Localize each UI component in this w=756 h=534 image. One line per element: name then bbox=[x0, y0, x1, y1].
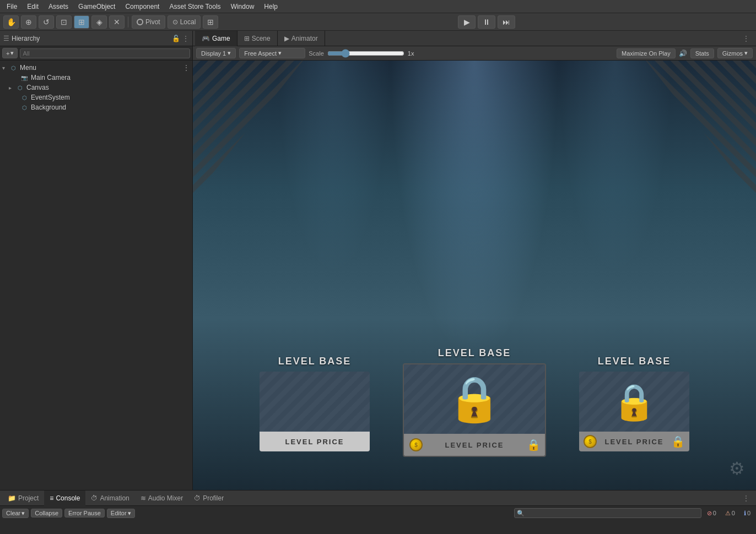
menu-file[interactable]: File bbox=[2, 2, 21, 12]
profiler-tab-icon: ⏱ bbox=[194, 494, 201, 502]
menu-assets[interactable]: Assets bbox=[44, 2, 73, 12]
add-object-button[interactable]: + ▾ bbox=[2, 48, 18, 58]
card-lock-icon-2: 🔒 bbox=[527, 438, 541, 451]
maximize-on-play-button[interactable]: Maximize On Play bbox=[617, 48, 676, 58]
pivot-label: Pivot bbox=[145, 18, 160, 26]
display-button[interactable]: Display 1 ▾ bbox=[196, 48, 236, 58]
stats-button[interactable]: Stats bbox=[690, 48, 714, 58]
scene-tab-label: Scene bbox=[252, 35, 271, 42]
cube-icon-menu: ⬡ bbox=[9, 63, 18, 72]
grid-tool-btn[interactable]: ⊞ bbox=[203, 15, 218, 29]
aspect-label: Free Aspect bbox=[244, 50, 277, 57]
tree-menu-icon-menu[interactable]: ⋮ bbox=[182, 63, 190, 72]
card-box-1[interactable]: LEVEL PRICE bbox=[260, 372, 370, 451]
console-search-input[interactable] bbox=[514, 508, 701, 518]
tree-item-background[interactable]: ▸ ⬡ Background bbox=[0, 102, 192, 112]
menu-component[interactable]: Component bbox=[121, 2, 164, 12]
tab-game[interactable]: 🎮 Game bbox=[195, 31, 237, 46]
warning-counter-value: 0 bbox=[732, 510, 735, 516]
toolbar: ✋ ⊕ ↺ ⊡ ⊞ ◈ ✕ Pivot ⊙ Local ⊞ ▶ ⏸ ⏭ bbox=[0, 13, 756, 31]
menu-help[interactable]: Help bbox=[260, 2, 282, 12]
level-title-2: LEVEL BASE bbox=[438, 347, 511, 359]
level-card-1[interactable]: LEVEL BASE bbox=[260, 356, 370, 451]
scene-tab-icon: ⊞ bbox=[244, 35, 250, 42]
bottom-tab-project[interactable]: 📁 Project bbox=[2, 491, 44, 506]
move-tool-btn[interactable]: ⊕ bbox=[21, 15, 36, 29]
custom-tool-btn[interactable]: ✕ bbox=[109, 15, 125, 29]
local-button[interactable]: ⊙ Local bbox=[168, 15, 201, 29]
bottom-tab-profiler[interactable]: ⏱ Profiler bbox=[188, 491, 229, 506]
project-tab-label: Project bbox=[18, 494, 39, 502]
tree-item-eventsystem[interactable]: ▸ ⬡ EventSystem bbox=[0, 92, 192, 102]
svg-rect-3 bbox=[260, 372, 370, 432]
hand-tool-btn[interactable]: ✋ bbox=[3, 15, 19, 29]
hierarchy-lock-icon[interactable]: 🔓 bbox=[172, 35, 180, 42]
hierarchy-search-input[interactable] bbox=[20, 48, 190, 58]
level-card-2[interactable]: LEVEL BASE bbox=[403, 347, 546, 457]
level-card-3[interactable]: LEVEL BASE bbox=[579, 356, 689, 451]
editor-label: Editor bbox=[111, 510, 127, 516]
tabs-menu-icon[interactable]: ⋮ bbox=[738, 35, 754, 42]
scale-value: 1x bbox=[408, 50, 419, 57]
bottom-tab-console[interactable]: ≡ Console bbox=[44, 491, 85, 506]
pause-button[interactable]: ⏸ bbox=[478, 15, 495, 29]
animator-tab-icon: ▶ bbox=[284, 35, 289, 42]
tree-item-menu[interactable]: ▾ ⬡ Menu ⋮ bbox=[0, 63, 192, 73]
animator-tab-label: Animator bbox=[291, 35, 318, 42]
game-tab-label: Game bbox=[212, 35, 230, 42]
menu-asset-store-tools[interactable]: Asset Store Tools bbox=[165, 2, 225, 12]
volume-icon[interactable]: 🔊 bbox=[679, 50, 687, 57]
hierarchy-menu-icon[interactable]: ⋮ bbox=[182, 35, 189, 42]
hierarchy-toolbar: + ▾ bbox=[0, 46, 192, 61]
tree-arrow-eventsystem: ▸ bbox=[13, 95, 20, 101]
card-pattern-1 bbox=[260, 372, 370, 432]
card-box-2[interactable]: 🔒 $ LEVEL PRICE 🔒 bbox=[403, 363, 546, 457]
gizmos-button[interactable]: Gizmos ▾ bbox=[717, 48, 753, 58]
error-counter-value: 0 bbox=[713, 510, 716, 516]
clear-label: Clear bbox=[6, 510, 20, 516]
unity-logo: ⚙ bbox=[729, 458, 745, 479]
play-button[interactable]: ▶ bbox=[458, 15, 476, 29]
bottom-tabs-menu-icon[interactable]: ⋮ bbox=[738, 494, 754, 502]
aspect-button[interactable]: Free Aspect ▾ bbox=[239, 48, 305, 58]
editor-button[interactable]: Editor ▾ bbox=[107, 509, 135, 518]
lock-icon-3: 🔒 bbox=[612, 384, 656, 419]
animation-tab-icon: ⏱ bbox=[91, 494, 98, 502]
clear-button[interactable]: Clear ▾ bbox=[2, 509, 29, 518]
card-inner-1 bbox=[260, 372, 370, 432]
menu-gameobject[interactable]: GameObject bbox=[74, 2, 120, 12]
scale-tool-btn[interactable]: ⊡ bbox=[56, 15, 72, 29]
tree-label-camera: Main Camera bbox=[31, 74, 71, 81]
transform-tool-btn[interactable]: ◈ bbox=[91, 15, 107, 29]
hierarchy-header: ☰ Hierarchy 🔓 ⋮ bbox=[0, 31, 192, 46]
tab-scene[interactable]: ⊞ Scene bbox=[237, 31, 278, 46]
menu-edit[interactable]: Edit bbox=[23, 2, 43, 12]
card-price-2: LEVEL PRICE bbox=[445, 441, 504, 449]
tree-arrow-canvas: ▸ bbox=[9, 85, 15, 91]
game-background: LEVEL BASE bbox=[193, 61, 756, 490]
scale-slider[interactable] bbox=[327, 50, 404, 57]
console-toolbar: Clear ▾ Collapse Error Pause Editor ▾ ⊘ … bbox=[0, 506, 756, 520]
game-tabs-bar: 🎮 Game ⊞ Scene ▶ Animator ⋮ bbox=[193, 31, 756, 46]
bottom-tab-audio-mixer[interactable]: ≋ Audio Mixer bbox=[135, 491, 188, 506]
menu-window[interactable]: Window bbox=[226, 2, 259, 12]
toolbar-separator-1 bbox=[128, 17, 128, 28]
levels-container: LEVEL BASE bbox=[193, 347, 756, 457]
collapse-button[interactable]: Collapse bbox=[31, 509, 62, 517]
tab-animator[interactable]: ▶ Animator bbox=[278, 31, 325, 46]
rotate-tool-btn[interactable]: ↺ bbox=[39, 15, 54, 29]
rect-tool-btn[interactable]: ⊞ bbox=[74, 15, 89, 29]
step-button[interactable]: ⏭ bbox=[498, 15, 515, 29]
local-icon: ⊙ bbox=[172, 18, 178, 26]
bottom-tab-animation[interactable]: ⏱ Animation bbox=[85, 491, 134, 506]
card-box-3[interactable]: 🔒 $ LEVEL PRICE 🔒 bbox=[579, 372, 689, 451]
info-counter-value: 0 bbox=[747, 510, 750, 516]
error-pause-button[interactable]: Error Pause bbox=[64, 509, 105, 517]
tree-item-main-camera[interactable]: ▸ 📷 Main Camera bbox=[0, 73, 192, 83]
hierarchy-title: Hierarchy bbox=[12, 35, 40, 42]
hierarchy-panel: ☰ Hierarchy 🔓 ⋮ + ▾ ▾ ⬡ Menu ⋮ bbox=[0, 31, 193, 490]
lock-icon-2: 🔒 bbox=[447, 377, 502, 421]
pivot-button[interactable]: Pivot bbox=[132, 15, 165, 29]
coin-icon-2: $ bbox=[409, 438, 423, 451]
tree-item-canvas[interactable]: ▸ ⬡ Canvas bbox=[0, 83, 192, 92]
